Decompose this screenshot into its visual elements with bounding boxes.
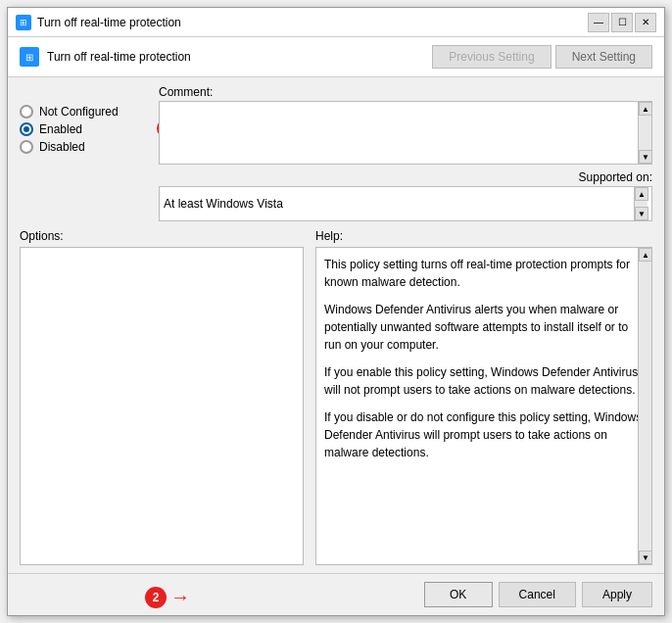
title-controls: — ☐ ✕ [588, 13, 656, 32]
scroll-up-arrow[interactable]: ▲ [639, 102, 652, 116]
main-window: ⊞ Turn off real-time protection — ☐ ✕ ⊞ … [7, 7, 665, 616]
footer: 2 → OK Cancel Apply [8, 573, 664, 615]
help-para-2: Windows Defender Antivirus alerts you wh… [324, 301, 644, 354]
supported-scroll-up[interactable]: ▲ [635, 187, 648, 201]
help-para-3: If you enable this policy setting, Windo… [324, 363, 644, 399]
comment-scrollbar[interactable]: ▲ ▼ [638, 102, 651, 164]
supported-scroll-down[interactable]: ▼ [635, 207, 648, 220]
title-bar-left: ⊞ Turn off real-time protection [16, 15, 181, 30]
maximize-button[interactable]: ☐ [611, 13, 633, 32]
top-section: Not Configured Enabled 1 Disabled Commen… [20, 85, 652, 221]
help-text-content: This policy setting turns off real-time … [316, 248, 651, 564]
annotation-arrow: → [170, 586, 190, 608]
annotation-badge-2: 2 [145, 587, 167, 608]
previous-setting-button[interactable]: Previous Setting [432, 45, 551, 69]
radio-label-disabled: Disabled [39, 140, 85, 154]
close-button[interactable]: ✕ [635, 13, 656, 32]
radio-label-not-configured: Not Configured [39, 105, 119, 119]
help-scroll-up[interactable]: ▲ [639, 248, 652, 262]
apply-button[interactable]: Apply [582, 582, 652, 607]
footer-annotation: 2 → [145, 586, 190, 608]
cancel-button[interactable]: Cancel [499, 582, 576, 607]
right-section: Comment: ▲ ▼ Supported on: At least [159, 85, 652, 221]
header-icon: ⊞ [20, 47, 39, 67]
help-scroll-down[interactable]: ▼ [639, 551, 652, 564]
header-title: Turn off real-time protection [47, 50, 191, 64]
scroll-down-arrow[interactable]: ▼ [639, 150, 652, 164]
radio-label-enabled: Enabled [39, 122, 82, 136]
help-section-label: Help: [315, 229, 652, 243]
help-panel: This policy setting turns off real-time … [315, 247, 652, 565]
supported-label: Supported on: [579, 170, 652, 184]
supported-box: At least Windows Vista ▲ ▼ [159, 186, 652, 221]
help-para-4: If you disable or do not configure this … [324, 408, 644, 461]
middle-labels: Options: Help: [20, 229, 652, 243]
comment-box: ▲ ▼ [159, 101, 652, 165]
supported-section: Supported on: At least Windows Vista ▲ ▼ [159, 170, 652, 221]
options-panel [20, 247, 304, 565]
radio-circle-disabled [20, 140, 33, 154]
comment-label: Comment: [159, 85, 652, 99]
minimize-button[interactable]: — [588, 13, 609, 32]
comment-textarea[interactable] [160, 102, 638, 161]
header-bar: ⊞ Turn off real-time protection Previous… [8, 37, 664, 77]
ok-button[interactable]: OK [424, 582, 493, 607]
title-bar: ⊞ Turn off real-time protection — ☐ ✕ [8, 8, 664, 37]
window-icon: ⊞ [16, 15, 31, 30]
comment-section: Comment: ▲ ▼ [159, 85, 652, 165]
help-scrollbar[interactable]: ▲ ▼ [638, 248, 651, 564]
bottom-section: This policy setting turns off real-time … [20, 247, 652, 565]
content-area: Not Configured Enabled 1 Disabled Commen… [8, 77, 664, 573]
radio-enabled[interactable]: Enabled 1 [20, 122, 147, 136]
radio-circle-enabled [20, 122, 33, 136]
radio-disabled[interactable]: Disabled [20, 140, 147, 154]
help-para-1: This policy setting turns off real-time … [324, 256, 644, 291]
radio-circle-not-configured [20, 105, 33, 119]
header-left: ⊞ Turn off real-time protection [20, 47, 191, 67]
supported-value: At least Windows Vista [164, 197, 634, 211]
radio-not-configured[interactable]: Not Configured [20, 105, 147, 119]
supported-scrollbar[interactable]: ▲ ▼ [634, 187, 648, 220]
nav-buttons: Previous Setting Next Setting [432, 45, 652, 69]
window-title: Turn off real-time protection [37, 16, 181, 29]
next-setting-button[interactable]: Next Setting [555, 45, 652, 69]
options-section-label: Options: [20, 229, 304, 243]
radio-group: Not Configured Enabled 1 Disabled [20, 85, 147, 221]
